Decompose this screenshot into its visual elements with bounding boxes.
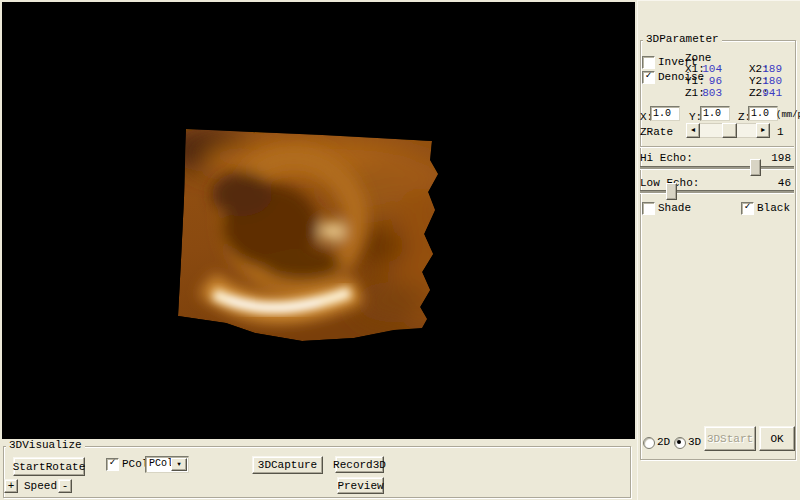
low-echo-thumb[interactable] [666, 183, 677, 200]
section-divider [640, 146, 794, 148]
preview-button[interactable]: Preview [337, 477, 384, 494]
low-echo-value: 46 [758, 177, 791, 189]
ultrasound-3d-image [2, 2, 635, 439]
hi-echo-thumb[interactable] [750, 159, 761, 176]
pcolor-checkbox[interactable]: ✓ [106, 458, 119, 471]
render-viewport[interactable] [2, 2, 635, 439]
hi-echo-label: Hi Echo: [640, 152, 693, 164]
denoise-checkbox[interactable]: ✓ [642, 71, 655, 84]
app-window: 3DParameter Invert ✓ Denoise Zone X1: 10… [0, 0, 800, 500]
zrate-left-arrow[interactable]: ◄ [686, 123, 700, 138]
zrate-value: 1 [777, 126, 784, 138]
parameter-panel: 3DParameter Invert ✓ Denoise Zone X1: 10… [637, 0, 800, 500]
low-echo-track[interactable] [640, 190, 794, 194]
black-label: Black [757, 202, 790, 214]
zone-z1-value: 803 [698, 87, 722, 99]
zone-x1-value: 104 [698, 63, 722, 75]
zrate-thumb[interactable] [722, 123, 737, 138]
parameter-group-title: 3DParameter [643, 34, 722, 45]
mode-2d-label: 2D [657, 436, 670, 448]
3dcapture-button[interactable]: 3DCapture [252, 456, 323, 474]
speed-minus-button[interactable]: - [58, 479, 72, 493]
ok-button[interactable]: OK [759, 426, 795, 451]
mode-2d-radio[interactable] [643, 437, 655, 449]
mode-3d-radio[interactable] [674, 437, 686, 449]
scale-z-input[interactable] [748, 106, 778, 121]
scale-y-input[interactable] [700, 106, 730, 121]
black-checkbox[interactable]: ✓ [741, 202, 754, 215]
chevron-down-icon[interactable]: ▼ [171, 458, 187, 471]
zrate-label: ZRate [640, 126, 673, 138]
mode-3d-label: 3D [688, 436, 701, 448]
shade-label: Shade [658, 202, 691, 214]
zone-x2-value: 189 [762, 63, 782, 75]
zone-z2-value: 941 [762, 87, 782, 99]
invert-checkbox[interactable] [642, 56, 655, 69]
speed-label: Speed [24, 480, 57, 492]
zrate-scrollbar[interactable]: ◄ ► [686, 123, 770, 138]
start-rotate-button[interactable]: StartRotate [13, 457, 85, 476]
hi-echo-value: 198 [758, 152, 791, 164]
scale-x-input[interactable] [650, 106, 680, 121]
visualize-panel: 3DVisualize StartRotate + Speed - ✓ PCol… [0, 439, 637, 500]
parameter-groupbox [640, 40, 796, 460]
zone-y1-value: 96 [698, 75, 722, 87]
3dstart-button[interactable]: 3DStart [704, 426, 756, 451]
scale-unit-label: (mm/p) [776, 110, 800, 120]
zrate-right-arrow[interactable]: ► [756, 123, 770, 138]
pcolor-dropdown[interactable]: PColor ▼ [145, 456, 189, 473]
shade-checkbox[interactable] [642, 202, 655, 215]
visualize-group-title: 3DVisualize [6, 440, 85, 451]
record3d-button[interactable]: Record3D [335, 456, 384, 473]
hi-echo-track[interactable] [640, 166, 794, 170]
zone-y2-value: 180 [762, 75, 782, 87]
speed-plus-button[interactable]: + [4, 479, 18, 493]
